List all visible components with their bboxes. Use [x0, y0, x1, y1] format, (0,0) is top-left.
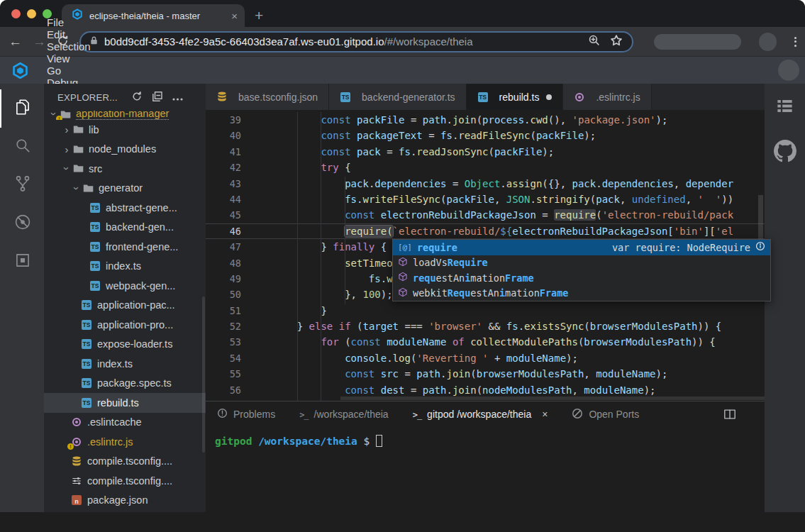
tree-item-package-json[interactable]: npackage.json [44, 491, 206, 511]
menu-item-go[interactable]: Go [38, 65, 109, 77]
code-text: const pack = fs.readJsonSync(packFile); [273, 144, 554, 160]
url-input[interactable]: b0dd9cdf-3453-4fe2-9a5c-66403d3ea7af.ws-… [79, 31, 633, 52]
panel-tab-problems[interactable]: Problems [217, 408, 275, 421]
suggestion-item-1[interactable]: loadVsRequire [393, 255, 770, 271]
close-tab-icon[interactable]: × [231, 10, 238, 22]
menu-item-edit[interactable]: Edit [38, 28, 109, 40]
split-terminal-icon[interactable] [723, 408, 736, 421]
tree-item-lib[interactable]: ›lib [44, 120, 206, 140]
tree-item-node-modules[interactable]: ›node_modules [44, 140, 206, 160]
editor-tab-label: base.tsconfig.json [238, 92, 318, 103]
tree-item-expose-loader-ts[interactable]: TSexpose-loader.ts [44, 335, 206, 355]
collapse-all-icon[interactable] [152, 91, 163, 104]
tree-item-label: webpack-gen... [106, 280, 175, 292]
activitybar-debug-disabled[interactable] [0, 204, 44, 243]
user-avatar[interactable] [778, 60, 799, 81]
ts-file-icon: TS [89, 241, 101, 253]
panel-tab-workspace-theia[interactable]: >_/workspace/theia [299, 409, 389, 420]
tree-item-generator[interactable]: ›generator [44, 179, 206, 199]
tree-item-src[interactable]: ›src [44, 159, 206, 179]
info-icon[interactable] [755, 241, 765, 253]
tree-item-abstract-gene[interactable]: TSabstract-gene... [44, 198, 206, 218]
ts-file-icon: TS [89, 280, 101, 292]
npm-file-icon: n [71, 494, 82, 506]
editor-horizontal-scrollbar[interactable] [340, 397, 765, 400]
suggestion-item-3[interactable]: webkitRequestAnimationFrame [393, 286, 770, 301]
tree-item-package-spec-ts[interactable]: TSpackage.spec.ts [44, 374, 206, 394]
back-button[interactable]: ← [9, 35, 22, 48]
terminal-icon: >_ [299, 409, 308, 420]
close-icon[interactable]: × [542, 409, 548, 420]
menu-bar: FileEditSelectionViewGoDebugTerminalWork… [0, 57, 805, 84]
rightbar-github[interactable] [774, 140, 796, 165]
code-text: console.log('Reverting ' + moduleName); [273, 350, 578, 366]
tree-item-backend-gen[interactable]: TSbackend-gen... [44, 218, 206, 238]
panel-tab-label: gitpod /workspace/theia [427, 409, 531, 420]
line-number: 46 [206, 223, 241, 239]
line-number: 43 [206, 176, 241, 192]
variable-kind-icon: [@] [398, 243, 412, 252]
code-line-40: 40 const packageText = fs.readFileSync(p… [206, 128, 765, 143]
suggestion-label: requestAnimationFrame [413, 272, 534, 284]
line-number: 48 [206, 255, 241, 271]
activitybar-source-control[interactable] [0, 166, 44, 204]
terminal-cwd: /workspace/theia [258, 436, 357, 447]
more-actions-icon[interactable] [172, 92, 183, 103]
browser-profile-avatar[interactable] [759, 33, 777, 51]
panel-tab-gitpod-workspace-theia[interactable]: >_gitpod /workspace/theia× [413, 409, 548, 420]
browser-menu-icon[interactable] [794, 37, 796, 47]
tree-item-webpack-gen[interactable]: TSwebpack-gen... [44, 276, 206, 296]
refresh-icon[interactable] [131, 91, 143, 104]
terminal[interactable]: gitpod /workspace/theia $ [206, 427, 765, 512]
sidebar-scrollbar[interactable] [202, 297, 205, 453]
warning-badge: ! [67, 443, 74, 450]
suggestion-item-0[interactable]: [@]requirevar require: NodeRequire [393, 240, 770, 255]
close-window-button[interactable] [11, 9, 21, 18]
tree-item-eslintcache[interactable]: .eslintcache [44, 413, 206, 433]
tree-item-application-manager[interactable]: ›!application-manager [44, 111, 206, 120]
panel-tabs: Problems>_/workspace/theia>_gitpod /work… [206, 401, 765, 427]
menu-item-selection[interactable]: Selection [38, 40, 109, 52]
chevron-right-icon: › [61, 123, 72, 135]
tree-item-application-pac[interactable]: TSapplication-pac... [44, 296, 206, 316]
eslint-file-icon [71, 416, 82, 428]
dirty-dot-icon [546, 94, 552, 100]
suggestion-item-2[interactable]: requestAnimationFrame [393, 270, 770, 286]
editor-tab-rebuild-ts[interactable]: TSrebuild.ts [467, 84, 564, 110]
code-line-45: 45 const electronRebuildPackageJson = re… [206, 207, 765, 223]
tree-item-label: index.ts [106, 260, 141, 272]
minimize-window-button[interactable] [27, 9, 36, 18]
bookmark-star-icon[interactable] [610, 34, 623, 50]
browser-toolbar: ← → b0dd9cdf-3453-4fe2-9a5c-66403d3ea7af… [0, 27, 805, 57]
panel-tab-open-ports[interactable]: Open Ports [572, 408, 639, 421]
indent-guide [345, 177, 345, 304]
activitybar-files[interactable] [0, 89, 44, 128]
activitybar-search[interactable] [0, 128, 44, 166]
new-tab-button[interactable]: + [255, 7, 263, 24]
rightbar-open-editors-list[interactable] [775, 96, 794, 118]
code-text: const dest = path.join(nodeModulesPath, … [273, 382, 656, 398]
url-path: /#/workspace/theia [384, 35, 472, 48]
tree-item-eslintrc-js[interactable]: !.eslintrc.js [44, 432, 206, 452]
tree-item-label: expose-loader.ts [97, 338, 172, 350]
tree-item-label: src [89, 163, 102, 174]
menu-item-view[interactable]: View [38, 52, 109, 65]
activitybar-plugins[interactable] [0, 243, 44, 281]
editor-tab-eslintrc-js[interactable]: .eslintrc.js [563, 84, 651, 110]
tree-item-frontend-gene[interactable]: TSfrontend-gene... [44, 237, 206, 257]
menu-item-file[interactable]: File [38, 16, 109, 28]
code-text: } finally { [273, 239, 387, 255]
tree-item-compile-tsconfig[interactable]: compile.tsconfig.... [44, 471, 206, 491]
zoom-icon[interactable] [588, 34, 600, 49]
tree-item-rebuild-ts[interactable]: TSrebuild.ts [44, 393, 206, 413]
line-number: 47 [206, 239, 241, 255]
ts-file-icon: TS [81, 299, 92, 311]
tree-item-application-pro[interactable]: TSapplication-pro... [44, 315, 206, 335]
tree-item-compile-tsconfig[interactable]: compile.tsconfig.... [44, 452, 206, 472]
editor-tab-base-tsconfig-json[interactable]: base.tsconfig.json [206, 84, 329, 110]
explorer-header: EXPLORER... [44, 84, 206, 111]
tree-item-index-ts[interactable]: TSindex.ts [44, 354, 206, 374]
editor-tab-backend-generator-ts[interactable]: TSbackend-generator.ts [329, 84, 467, 110]
tree-item-index-ts[interactable]: TSindex.ts [44, 257, 206, 277]
folder-file-icon [72, 124, 84, 135]
